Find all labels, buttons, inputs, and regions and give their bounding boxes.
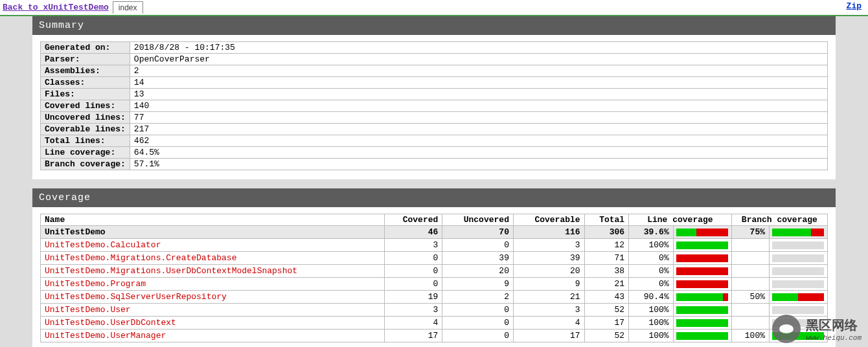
- cell-line-pct: 100%: [629, 304, 674, 317]
- summary-label: Classes:: [41, 77, 130, 89]
- cell-total: 38: [584, 265, 629, 278]
- cell-line-pct: 100%: [629, 330, 674, 342]
- cell-covered: 3: [385, 304, 442, 317]
- branch-coverage-bar: [770, 239, 828, 252]
- assembly-row[interactable]: UnitTestDemo 46 70 116 306 39.6% 75%: [41, 226, 828, 239]
- summary-label: Total lines:: [41, 135, 130, 147]
- cell-coverable: 20: [513, 265, 584, 278]
- summary-row: Branch coverage:57.1%: [41, 159, 828, 170]
- summary-label: Line coverage:: [41, 147, 130, 159]
- back-link[interactable]: Back to xUnitTestDemo: [3, 3, 109, 12]
- summary-row: Classes:14: [41, 77, 828, 89]
- branch-coverage-bar: [770, 330, 828, 342]
- summary-table: Generated on:2018/8/28 - 10:17:35Parser:…: [40, 41, 828, 170]
- zip-link[interactable]: Zip: [847, 1, 865, 11]
- cell-total: 21: [584, 278, 629, 291]
- summary-row: Covered lines:140: [41, 100, 828, 112]
- class-link[interactable]: UnitTestDemo.UserManager: [45, 331, 166, 341]
- branch-coverage-bar: [770, 304, 828, 317]
- branch-coverage-bar: [770, 226, 828, 239]
- col-total[interactable]: Total: [584, 214, 629, 226]
- cell-uncovered: 0: [442, 239, 514, 252]
- col-covered[interactable]: Covered: [385, 214, 442, 226]
- summary-row: Files:13: [41, 89, 828, 100]
- page-content: Summary Generated on:2018/8/28 - 10:17:3…: [0, 16, 868, 347]
- summary-value: 64.5%: [130, 147, 827, 159]
- class-row: UnitTestDemo.Migrations.UserDbContextMod…: [41, 265, 828, 278]
- line-coverage-bar: [673, 252, 731, 265]
- cell-branch-pct: 50%: [731, 291, 769, 304]
- summary-row: Assemblies:2: [41, 65, 828, 77]
- class-link[interactable]: UnitTestDemo.User: [45, 305, 131, 315]
- summary-row: Parser:OpenCoverParser: [41, 54, 828, 65]
- cell-branch-pct: [731, 304, 769, 317]
- cell-line-pct: 100%: [629, 317, 674, 330]
- coverage-header: Coverage: [32, 188, 836, 207]
- line-coverage-bar: [673, 278, 731, 291]
- summary-value: 462: [130, 135, 827, 147]
- summary-value: 13: [130, 89, 827, 100]
- cell-covered: 19: [385, 291, 442, 304]
- cell-line-pct: 100%: [629, 239, 674, 252]
- cell-coverable: 116: [513, 226, 584, 239]
- cell-total: 71: [584, 252, 629, 265]
- line-coverage-bar: [673, 239, 731, 252]
- summary-value: 217: [130, 124, 827, 135]
- branch-coverage-bar: [770, 278, 828, 291]
- tab-index[interactable]: index: [113, 1, 143, 14]
- col-branch-coverage[interactable]: Branch coverage: [731, 214, 827, 226]
- summary-row: Total lines:462: [41, 135, 828, 147]
- cell-uncovered: 0: [442, 317, 514, 330]
- cell-branch-pct: [731, 252, 769, 265]
- class-link[interactable]: UnitTestDemo.Migrations.CreateDatabase: [45, 253, 236, 263]
- cell-covered: 17: [385, 330, 442, 342]
- cell-covered: 0: [385, 265, 442, 278]
- cell-coverable: 4: [513, 317, 584, 330]
- summary-value: 2018/8/28 - 10:17:35: [130, 42, 827, 54]
- cell-uncovered: 20: [442, 265, 514, 278]
- summary-label: Branch coverage:: [41, 159, 130, 170]
- cell-branch-pct: [731, 317, 769, 330]
- cell-line-pct: 90.4%: [629, 291, 674, 304]
- branch-coverage-bar: [770, 252, 828, 265]
- col-name[interactable]: Name: [41, 214, 385, 226]
- branch-coverage-bar: [770, 291, 828, 304]
- cell-total: 17: [584, 317, 629, 330]
- col-coverable[interactable]: Coverable: [513, 214, 584, 226]
- summary-body: Generated on:2018/8/28 - 10:17:35Parser:…: [32, 35, 836, 179]
- cell-line-pct: 0%: [629, 252, 674, 265]
- summary-value: 2: [130, 65, 827, 77]
- summary-row: Generated on:2018/8/28 - 10:17:35: [41, 42, 828, 54]
- line-coverage-bar: [673, 226, 731, 239]
- coverage-table: Name Covered Uncovered Coverable Total L…: [40, 214, 828, 342]
- line-coverage-bar: [673, 304, 731, 317]
- cell-total: 52: [584, 330, 629, 342]
- class-row: UnitTestDemo.UserManager 17 0 17 52 100%…: [41, 330, 828, 342]
- cell-coverable: 3: [513, 304, 584, 317]
- col-line-coverage[interactable]: Line coverage: [629, 214, 732, 226]
- col-uncovered[interactable]: Uncovered: [442, 214, 514, 226]
- class-link[interactable]: UnitTestDemo.Migrations.UserDbContextMod…: [45, 266, 297, 276]
- cell-line-pct: 0%: [629, 278, 674, 291]
- cell-uncovered: 0: [442, 330, 514, 342]
- cell-uncovered: 0: [442, 304, 514, 317]
- summary-label: Parser:: [41, 54, 130, 65]
- cell-total: 43: [584, 291, 629, 304]
- summary-row: Uncovered lines:77: [41, 112, 828, 124]
- coverage-body: Name Covered Uncovered Coverable Total L…: [32, 207, 836, 347]
- cell-line-pct: 0%: [629, 265, 674, 278]
- class-row: UnitTestDemo.User 3 0 3 52 100%: [41, 304, 828, 317]
- summary-header: Summary: [32, 16, 836, 35]
- class-link[interactable]: UnitTestDemo.Calculator: [45, 240, 161, 250]
- line-coverage-bar: [673, 265, 731, 278]
- branch-coverage-bar: [770, 265, 828, 278]
- summary-value: 57.1%: [130, 159, 827, 170]
- cell-total: 306: [584, 226, 629, 239]
- class-row: UnitTestDemo.SqlServerUserRepository 19 …: [41, 291, 828, 304]
- class-link[interactable]: UnitTestDemo.SqlServerUserRepository: [45, 292, 227, 302]
- class-link[interactable]: UnitTestDemo.UserDbContext: [45, 318, 176, 328]
- cell-covered: 4: [385, 317, 442, 330]
- cell-coverable: 17: [513, 330, 584, 342]
- class-row: UnitTestDemo.Migrations.CreateDatabase 0…: [41, 252, 828, 265]
- class-link[interactable]: UnitTestDemo.Program: [45, 279, 146, 289]
